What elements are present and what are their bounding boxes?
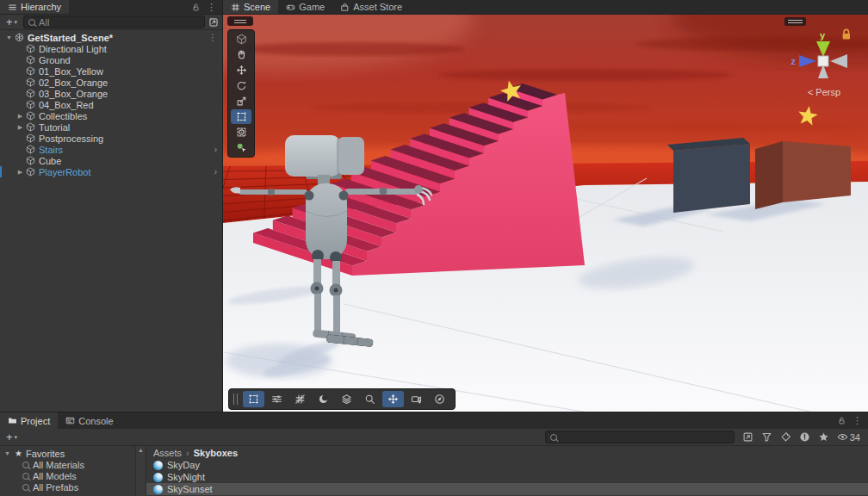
breadcrumb-root[interactable]: Assets: [153, 448, 182, 458]
hierarchy-item-02-box-orange[interactable]: 02_Box_Orange: [0, 77, 222, 88]
hierarchy-item-collectibles[interactable]: ▶Collectibles: [0, 110, 222, 121]
cube-icon: [26, 78, 35, 87]
hierarchy-item-postprocessing[interactable]: Postprocessing: [0, 133, 222, 144]
hierarchy-item-ground[interactable]: Ground: [0, 54, 222, 65]
expand-arrow-icon[interactable]: ▼: [3, 450, 11, 456]
hierarchy-search-placeholder: All: [39, 17, 49, 28]
visible-count: 34: [850, 432, 860, 443]
tab-console[interactable]: Console: [58, 412, 121, 429]
scene-viewport[interactable]: y z < Persp: [223, 15, 868, 412]
expand-arrow-icon[interactable]: ▶: [15, 113, 26, 120]
scene-tabbar: SceneGameAsset Store: [223, 0, 868, 15]
hierarchy-toolbar: +▾ All: [0, 15, 222, 30]
favorites-item-all-materials[interactable]: All Materials: [0, 459, 135, 470]
scene-lighting-tool[interactable]: [313, 391, 334, 407]
scene-search-tool[interactable]: [359, 391, 381, 407]
hierarchy-search-input[interactable]: All: [23, 16, 205, 28]
hierarchy-item-04-box-red[interactable]: 04_Box_Red: [0, 99, 222, 110]
hierarchy-item-playerrobot[interactable]: ▶PlayerRobot›: [0, 166, 222, 177]
favorites-folder[interactable]: ▼★Favorites: [0, 448, 135, 459]
create-asset-button[interactable]: +▾: [3, 431, 20, 443]
item-label: Ground: [39, 55, 71, 65]
gizmos-tool[interactable]: [336, 391, 357, 407]
hand-tool[interactable]: [231, 47, 251, 62]
rect-tool[interactable]: [231, 109, 251, 124]
breadcrumb-current[interactable]: Skyboxes: [194, 448, 238, 458]
hierarchy-item-tutorial[interactable]: ▶Tutorial: [0, 121, 222, 133]
hidden-packages-icon[interactable]: [799, 431, 810, 443]
grid-visibility-tool[interactable]: [289, 391, 311, 407]
expand-arrow-icon[interactable]: ▶: [15, 124, 26, 131]
selection-bar: [0, 166, 2, 177]
compass-tool[interactable]: [429, 391, 450, 407]
star-icon: ★: [15, 450, 22, 458]
view-tool[interactable]: [231, 32, 251, 46]
item-label: All Prefabs: [33, 482, 78, 493]
kebab-icon[interactable]: ⋮: [208, 34, 222, 42]
custom-editor-tool[interactable]: [231, 140, 251, 155]
item-label: Collectibles: [39, 111, 87, 121]
visibility-eye-icon[interactable]: 34: [837, 431, 860, 443]
skybox-material-icon: [153, 485, 163, 494]
create-object-button[interactable]: +▾: [3, 16, 20, 28]
kebab-icon[interactable]: ⋮: [207, 3, 216, 12]
prefab-open-chevron[interactable]: ›: [214, 145, 222, 154]
scene-options-tool[interactable]: [266, 391, 288, 407]
expand-arrow-icon[interactable]: ▶: [15, 169, 26, 176]
tab-game[interactable]: Game: [278, 0, 332, 14]
tab-hierarchy[interactable]: Hierarchy: [0, 0, 69, 14]
camera-overlay-handle[interactable]: [784, 17, 806, 26]
consoleic-icon: [65, 416, 75, 425]
toolbar-drag-handle[interactable]: [233, 394, 238, 405]
hierarchy-tab-label: Hierarchy: [21, 2, 61, 12]
asset-skysunset[interactable]: SkySunset: [146, 483, 868, 495]
project-panel: ProjectConsole⋮ +▾ 34 ▼★FavoritesAll Mat…: [0, 412, 868, 496]
camera-tool[interactable]: [406, 391, 427, 407]
hierarchy-item-getstarted-scene-[interactable]: ▼GetStarted_Scene*⋮: [0, 32, 222, 43]
unity-editor-window: Hierarchy ⋮ +▾ All ▼GetStarted_Scene*⋮Di…: [0, 0, 868, 496]
breadcrumb: Assets › Skyboxes: [146, 446, 868, 459]
expand-arrow-icon[interactable]: ▼: [3, 34, 15, 40]
favorites-item-all-prefabs[interactable]: All Prefabs: [0, 481, 135, 493]
lock-icon[interactable]: [191, 3, 201, 12]
asset-skyday[interactable]: SkyDay: [146, 459, 868, 471]
move-tool[interactable]: [231, 63, 251, 78]
project-toolbar-icons: 34: [738, 431, 865, 443]
tab-label: Project: [21, 416, 50, 426]
asset-list: SkyDaySkyNightSkySunset: [146, 459, 868, 495]
tab-project[interactable]: Project: [0, 412, 58, 429]
transform-tool[interactable]: [231, 125, 251, 140]
hierarchy-item-01-box-yellow[interactable]: 01_Box_Yellow: [0, 65, 222, 77]
search-picker-icon[interactable]: [208, 17, 219, 28]
hierarchy-item-directional-light[interactable]: Directional Light: [0, 43, 222, 54]
hierarchy-item-stairs[interactable]: Stairs›: [0, 144, 222, 155]
tab-asset-store[interactable]: Asset Store: [332, 0, 410, 14]
rect-overlay-tool[interactable]: [243, 391, 264, 407]
open-search-window-icon[interactable]: [742, 431, 753, 443]
move-overlay-tool[interactable]: [382, 391, 404, 407]
prefab-open-chevron[interactable]: ›: [214, 167, 222, 177]
project-search-input[interactable]: [545, 431, 735, 443]
hierarchy-tabbar: Hierarchy ⋮: [0, 0, 222, 15]
filter-by-label-icon[interactable]: [780, 431, 791, 443]
tab-scene[interactable]: Scene: [223, 0, 278, 14]
hierarchy-item-cube[interactable]: Cube: [0, 155, 222, 166]
item-label: GetStarted_Scene*: [28, 33, 113, 43]
folders-scrollbar[interactable]: ▲: [135, 446, 146, 496]
top-area: Hierarchy ⋮ +▾ All ▼GetStarted_Scene*⋮Di…: [0, 0, 868, 412]
cube-icon: [26, 167, 35, 177]
box-dark[interactable]: [667, 138, 750, 213]
item-label: 01_Box_Yellow: [39, 66, 103, 77]
rotate-tool[interactable]: [231, 78, 251, 93]
cube-icon: [26, 89, 35, 98]
hierarchy-item-03-box-orange[interactable]: 03_Box_Orange: [0, 88, 222, 99]
scale-tool[interactable]: [231, 94, 251, 108]
filter-by-type-icon[interactable]: [761, 431, 772, 443]
kebab-icon[interactable]: ⋮: [852, 416, 862, 425]
lock-icon[interactable]: [837, 416, 846, 425]
tools-overlay-handle[interactable]: [227, 16, 253, 26]
favorites-star-icon[interactable]: [818, 431, 829, 443]
asset-skynight[interactable]: SkyNight: [146, 471, 868, 483]
search-icon: [22, 484, 29, 491]
favorites-item-all-models[interactable]: All Models: [0, 470, 135, 481]
